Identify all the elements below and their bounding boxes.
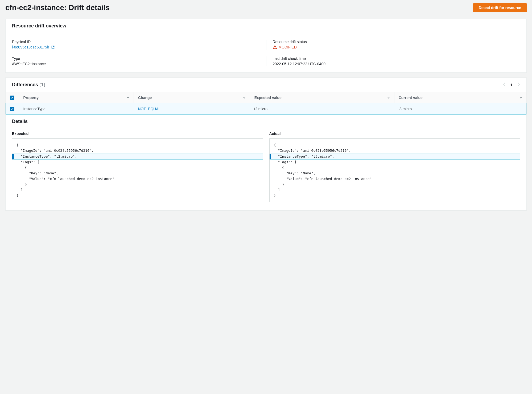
differences-count: (1) — [39, 82, 45, 87]
cell-change[interactable]: NOT_EQUAL — [138, 107, 161, 111]
pager-next[interactable] — [517, 82, 520, 87]
sort-icon[interactable] — [127, 96, 129, 100]
column-current[interactable]: Current value — [399, 96, 423, 100]
table-row[interactable]: InstanceType NOT_EQUAL t2.micro t3.micro — [6, 103, 526, 114]
column-expected[interactable]: Expected value — [254, 96, 282, 100]
details-title: Details — [12, 119, 520, 124]
sort-icon[interactable] — [243, 96, 246, 100]
cell-expected: t2.micro — [250, 103, 394, 114]
differences-title: Differences — [12, 82, 38, 87]
drift-status-text: MODIFIED — [279, 45, 297, 49]
column-change[interactable]: Change — [138, 96, 152, 100]
sort-icon[interactable] — [387, 96, 390, 100]
physical-id-link[interactable]: i-0e895e13c1e53175b — [12, 45, 49, 49]
expected-label: Expected — [12, 132, 263, 136]
physical-id-label: Physical ID — [12, 40, 266, 44]
actual-label: Actual — [269, 132, 520, 136]
type-value: AWS::EC2::Instance — [12, 62, 266, 66]
sort-icon[interactable] — [519, 96, 522, 100]
external-link-icon — [51, 45, 55, 50]
pager-page: 1 — [510, 83, 513, 87]
actual-code: { "ImageId": "ami-0c02fb55956c7d316", "I… — [269, 138, 520, 202]
drift-status-value: MODIFIED — [273, 45, 297, 49]
drift-status-label: Resource drift status — [273, 40, 520, 44]
cell-current: t3.micro — [394, 103, 526, 114]
last-check-label: Last drift check time — [273, 56, 520, 61]
last-check-value: 2022-05-12 12:07:22 UTC-0400 — [273, 62, 520, 66]
type-label: Type — [12, 56, 266, 61]
differences-panel: Differences (1) 1 Property — [5, 77, 527, 211]
pager: 1 — [503, 82, 520, 87]
overview-title: Resource drift overview — [6, 19, 526, 33]
detect-drift-button[interactable]: Detect drift for resource — [473, 3, 527, 12]
pager-prev[interactable] — [503, 82, 506, 87]
overview-panel: Resource drift overview Physical ID i-0e… — [5, 19, 527, 73]
row-checkbox[interactable] — [10, 107, 14, 111]
warning-icon — [273, 45, 277, 49]
column-property[interactable]: Property — [23, 96, 39, 100]
differences-table: Property Change Expected value — [6, 92, 526, 114]
select-all-checkbox[interactable] — [10, 96, 14, 100]
page-title: cfn-ec2-instance: Drift details — [5, 3, 110, 12]
expected-code: { "ImageId": "ami-0c02fb55956c7d316", "I… — [12, 138, 263, 202]
cell-property: InstanceType — [19, 103, 134, 114]
